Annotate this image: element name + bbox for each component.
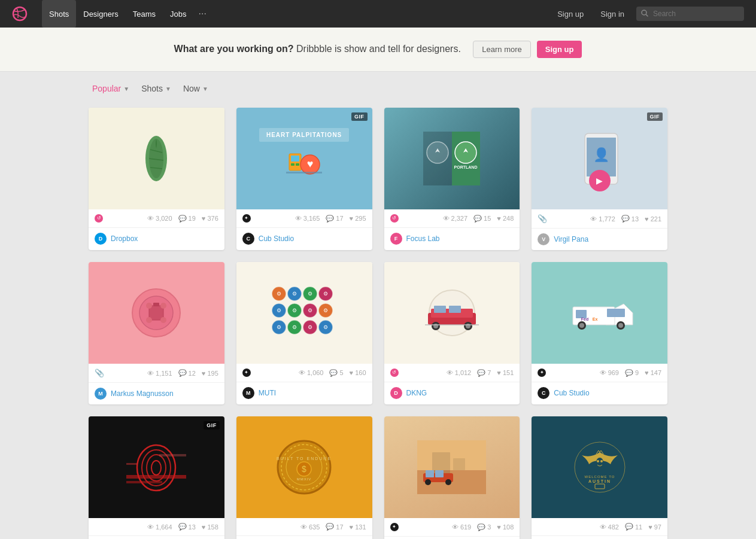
nav-shots[interactable]: Shots bbox=[42, 0, 76, 28]
svg-point-18 bbox=[455, 142, 476, 163]
svg-text:⚙: ⚙ bbox=[308, 307, 312, 313]
shot-stats: ✦ 👁 969 💬 9 ♥ 147 bbox=[532, 364, 667, 382]
author-name-link[interactable]: Cub Studio bbox=[259, 235, 294, 243]
svg-text:⚙: ⚙ bbox=[323, 291, 328, 297]
view-count: 👁 619 bbox=[452, 523, 471, 531]
shot-card[interactable]: ⚙ ⚙ ⚙ ⚙ ⚙ ⚙ ⚙ ⚙ ⚙ ⚙ ⚙ ⚙ ✦ 👁 1,060 bbox=[236, 262, 372, 404]
shot-thumbnail[interactable] bbox=[384, 262, 520, 364]
shot-thumbnail[interactable]: Fed Ex bbox=[532, 262, 667, 364]
shot-thumbnail[interactable] bbox=[384, 416, 520, 518]
like-count: ♥ 376 bbox=[202, 215, 218, 222]
shot-card[interactable]: PORTLAND ↺ 👁 2,327 💬 15 ♥ 248 F bbox=[384, 108, 520, 250]
svg-point-62 bbox=[433, 324, 438, 328]
svg-point-27 bbox=[146, 303, 152, 309]
author-name-link[interactable]: Focus Lab bbox=[406, 235, 440, 243]
navbar: Shots Designers Teams Jobs ··· Sign up S… bbox=[0, 0, 756, 28]
search-input[interactable] bbox=[636, 7, 744, 21]
view-count: 👁 1,151 bbox=[147, 370, 172, 377]
comment-icon: 💬 bbox=[625, 369, 633, 377]
signup-button[interactable]: Sign up bbox=[537, 41, 582, 58]
shot-card[interactable]: WELCOME TO AUSTIN 👁 482 💬 11 ♥ 97 bbox=[532, 416, 667, 539]
view-count: 👁 482 bbox=[600, 523, 619, 531]
filter-popular[interactable]: Popular ▼ bbox=[89, 81, 133, 96]
shot-card[interactable]: ↺ 👁 1,012 💬 7 ♥ 151 D DKNG bbox=[384, 262, 520, 404]
eye-icon: 👁 bbox=[443, 215, 450, 222]
filter-shots[interactable]: Shots ▼ bbox=[138, 81, 175, 96]
shot-thumbnail[interactable]: HEART PALPITATIONS ♥ GIF bbox=[236, 108, 372, 209]
banner-actions: Learn more Sign up bbox=[473, 41, 582, 58]
search-icon bbox=[641, 10, 648, 19]
like-count: ♥ 221 bbox=[645, 215, 661, 223]
author-name-link[interactable]: MUTI bbox=[259, 389, 276, 397]
shot-thumbnail[interactable]: 👤 GIF ▶ bbox=[532, 108, 667, 209]
heart-icon: ♥ bbox=[350, 215, 354, 222]
shot-card[interactable]: HEART PALPITATIONS ♥ GIF ✦ 👁 3,165 💬 17 bbox=[236, 108, 372, 250]
shot-stats: 👁 635 💬 17 ♥ 131 bbox=[236, 518, 372, 536]
like-count: ♥ 131 bbox=[350, 523, 366, 531]
shot-thumbnail[interactable]: BUILT TO ENDURE $ MMXIV bbox=[236, 416, 372, 518]
rebound-icon: ↺ bbox=[390, 214, 399, 223]
shot-thumbnail[interactable]: PORTLAND bbox=[384, 108, 520, 209]
shot-thumbnail[interactable] bbox=[89, 108, 224, 209]
badge-icon: ✦ bbox=[538, 369, 546, 377]
svg-rect-9 bbox=[291, 156, 299, 162]
shot-card[interactable]: 👤 GIF ▶ 📎 👁 1,772 💬 13 ♥ 221 V bbox=[532, 108, 667, 250]
shot-card[interactable]: ↺ 👁 3,020 💬 19 ♥ 376 D Dropbox bbox=[89, 108, 224, 250]
shot-thumbnail[interactable] bbox=[89, 262, 224, 364]
comment-count: 💬 7 bbox=[477, 369, 491, 377]
nav-jobs[interactable]: Jobs bbox=[163, 0, 193, 28]
play-button[interactable]: ▶ bbox=[589, 170, 611, 191]
svg-line-2 bbox=[646, 14, 648, 16]
author-name-link[interactable]: Markus Magnusson bbox=[111, 389, 174, 398]
svg-point-101 bbox=[597, 460, 599, 462]
author-name-link[interactable]: Cub Studio bbox=[554, 389, 589, 397]
eye-icon: 👁 bbox=[147, 523, 154, 531]
shot-stats: ↺ 👁 1,012 💬 7 ♥ 151 bbox=[384, 364, 520, 382]
nav-signup[interactable]: Sign up bbox=[552, 10, 588, 19]
eye-icon: 👁 bbox=[590, 215, 597, 223]
shot-card[interactable]: GIF 👁 1,664 💬 13 ♥ 158 S Seth Eckert bbox=[89, 416, 224, 539]
shot-card[interactable]: 📎 👁 1,151 💬 12 ♥ 195 M Markus Magnusson bbox=[89, 262, 224, 404]
shot-thumbnail[interactable]: WELCOME TO AUSTIN bbox=[532, 416, 667, 518]
banner: What are you working on? Dribbble is sho… bbox=[0, 28, 756, 72]
svg-point-28 bbox=[160, 303, 166, 309]
heart-icon: ♥ bbox=[497, 369, 501, 376]
shot-card[interactable]: BUILT TO ENDURE $ MMXIV 👁 635 💬 17 ♥ 131 bbox=[236, 416, 372, 539]
view-count: 👁 969 bbox=[600, 369, 619, 376]
avatar: M bbox=[95, 388, 107, 400]
gif-badge: GIF bbox=[647, 112, 663, 121]
nav-more[interactable]: ··· bbox=[194, 0, 211, 28]
shot-card[interactable]: Fed Ex ✦ 👁 969 💬 9 ♥ 147 bbox=[532, 262, 667, 404]
shot-stats: ↺ 👁 2,327 💬 15 ♥ 248 bbox=[384, 209, 520, 228]
author-name-link[interactable]: Dropbox bbox=[111, 235, 138, 243]
comment-icon: 💬 bbox=[178, 523, 187, 531]
chevron-down-icon: ▼ bbox=[202, 86, 208, 92]
badge-icon: ✦ bbox=[242, 369, 251, 377]
banner-description: Dribbble is show and tell for designers. bbox=[296, 44, 461, 54]
nav-teams[interactable]: Teams bbox=[126, 0, 163, 28]
shot-stats: ↺ 👁 3,020 💬 19 ♥ 376 bbox=[89, 209, 224, 228]
svg-rect-26 bbox=[149, 306, 163, 320]
shot-thumbnail[interactable]: GIF bbox=[89, 416, 224, 518]
view-count: 👁 1,664 bbox=[147, 523, 172, 531]
like-count: ♥ 147 bbox=[645, 369, 661, 376]
shot-author: C Cub Studio bbox=[236, 228, 372, 249]
author-name-link[interactable]: Virgil Pana bbox=[554, 235, 588, 243]
paperclip-icon: 📎 bbox=[95, 369, 104, 377]
banner-question: What are you working on? bbox=[174, 44, 294, 54]
svg-rect-79 bbox=[126, 475, 186, 479]
nav-designers[interactable]: Designers bbox=[76, 0, 126, 28]
svg-rect-60 bbox=[449, 306, 461, 313]
nav-signin[interactable]: Sign in bbox=[596, 10, 629, 19]
shot-card[interactable]: ✦ 👁 619 💬 3 ♥ 108 C Cub Studio bbox=[384, 416, 520, 539]
heart-icon: ♥ bbox=[648, 523, 652, 531]
author-name-link[interactable]: DKNG bbox=[406, 389, 427, 397]
shot-thumbnail[interactable]: ⚙ ⚙ ⚙ ⚙ ⚙ ⚙ ⚙ ⚙ ⚙ ⚙ ⚙ ⚙ bbox=[236, 262, 372, 364]
comment-icon: 💬 bbox=[326, 523, 334, 531]
svg-point-75 bbox=[137, 445, 175, 491]
learn-more-button[interactable]: Learn more bbox=[473, 41, 530, 58]
svg-rect-95 bbox=[426, 470, 434, 477]
filter-now[interactable]: Now ▼ bbox=[180, 81, 212, 96]
brand-logo[interactable] bbox=[12, 6, 31, 22]
svg-text:PORTLAND: PORTLAND bbox=[454, 165, 478, 169]
